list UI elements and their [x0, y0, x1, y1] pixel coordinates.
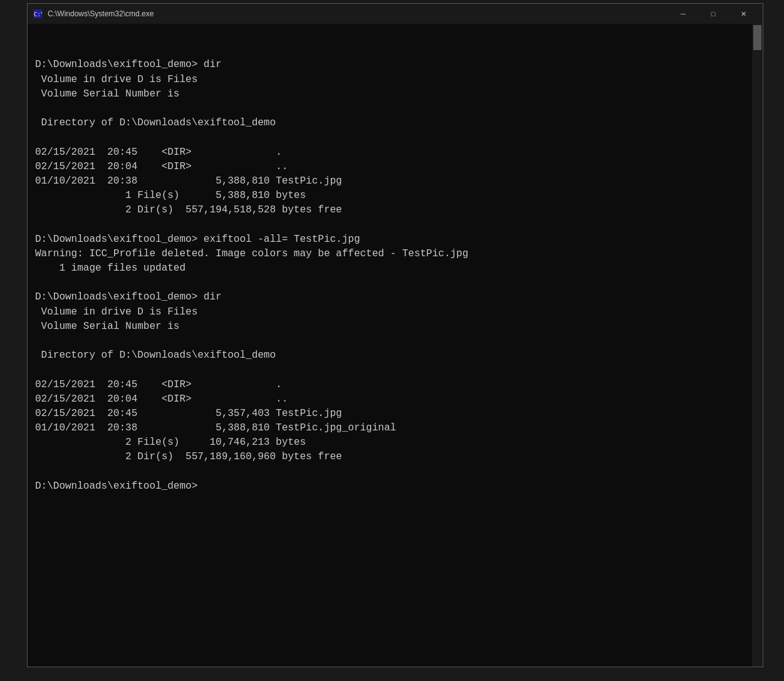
terminal-line: 2 File(s) 10,746,213 bytes: [35, 435, 747, 450]
terminal-line: [35, 130, 747, 145]
cmd-window: C:\ C:\Windows\System32\cmd.exe ─ □ ✕ D:…: [27, 3, 763, 667]
terminal-line: [35, 217, 747, 232]
scrollbar-thumb[interactable]: [753, 25, 761, 50]
terminal-line: [35, 101, 747, 116]
terminal-line: [35, 465, 747, 479]
terminal-line: 01/10/2021 20:38 5,388,810 TestPic.jpg_o…: [35, 421, 747, 435]
terminal-line: Directory of D:\Downloads\exiftool_demo: [35, 116, 747, 130]
titlebar-controls: ─ □ ✕: [669, 4, 758, 24]
titlebar: C:\ C:\Windows\System32\cmd.exe ─ □ ✕: [28, 4, 763, 24]
terminal-line: 1 File(s) 5,388,810 bytes: [35, 189, 747, 203]
terminal-line: Volume in drive D is Files: [35, 305, 747, 320]
terminal-line: 02/15/2021 20:45 <DIR> .: [35, 378, 747, 392]
terminal-line: 2 Dir(s) 557,194,518,528 bytes free: [35, 203, 747, 217]
terminal-line: [35, 276, 747, 290]
terminal-line: Volume in drive D is Files: [35, 73, 747, 87]
terminal-line: D:\Downloads\exiftool_demo> dir: [35, 290, 747, 304]
minimize-button[interactable]: ─: [669, 4, 698, 24]
terminal-line: D:\Downloads\exiftool_demo>: [35, 479, 747, 494]
titlebar-left: C:\ C:\Windows\System32\cmd.exe: [33, 9, 154, 19]
terminal-line: 1 image files updated: [35, 261, 747, 276]
terminal-line: Warning: ICC_Profile deleted. Image colo…: [35, 247, 747, 261]
terminal-line: 02/15/2021 20:04 <DIR> ..: [35, 160, 747, 174]
terminal-line: 02/15/2021 20:45 5,357,403 TestPic.jpg: [35, 407, 747, 421]
terminal-line: Volume Serial Number is: [35, 320, 747, 334]
terminal-line: D:\Downloads\exiftool_demo> exiftool -al…: [35, 232, 747, 247]
close-button[interactable]: ✕: [729, 4, 758, 24]
terminal-line: Directory of D:\Downloads\exiftool_demo: [35, 348, 747, 363]
svg-text:C:\: C:\: [34, 11, 42, 18]
titlebar-title: C:\Windows\System32\cmd.exe: [48, 9, 154, 18]
terminal-line: Volume Serial Number is: [35, 87, 747, 101]
scrollbar-track[interactable]: [752, 24, 763, 667]
terminal-line: D:\Downloads\exiftool_demo> dir: [35, 58, 747, 72]
terminal-line: 01/10/2021 20:38 5,388,810 TestPic.jpg: [35, 174, 747, 189]
terminal-line: [35, 334, 747, 348]
maximize-button[interactable]: □: [699, 4, 728, 24]
cmd-icon: C:\: [33, 9, 43, 19]
terminal-line: 02/15/2021 20:04 <DIR> ..: [35, 392, 747, 407]
terminal-line: 2 Dir(s) 557,189,160,960 bytes free: [35, 450, 747, 464]
terminal-output: D:\Downloads\exiftool_demo> dir Volume i…: [28, 24, 763, 667]
terminal-line: 02/15/2021 20:45 <DIR> .: [35, 145, 747, 160]
terminal-line: [35, 363, 747, 377]
